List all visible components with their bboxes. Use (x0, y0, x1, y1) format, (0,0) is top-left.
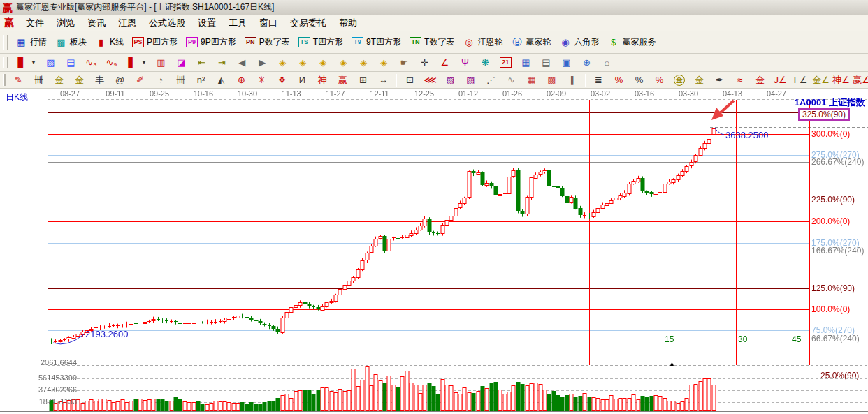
diamond-horizontal-button[interactable]: ◈ (313, 55, 333, 71)
winner-wheel-button-icon: Ⓑ (511, 37, 523, 48)
toolbar-grip[interactable] (3, 35, 8, 50)
diamond-plus-button[interactable]: ◈ (354, 55, 374, 71)
menu-item-帮助[interactable]: 帮助 (333, 15, 363, 31)
gold-angle-tool[interactable]: 金∠ (811, 73, 831, 88)
shen-angle-tool[interactable]: 神∠ (831, 73, 851, 88)
menu-item-浏览[interactable]: 浏览 (50, 15, 81, 31)
protractor-tool[interactable]: ◭ (211, 73, 231, 88)
n-square-tool[interactable]: n² (191, 73, 211, 88)
p-square-button[interactable]: PSP四方形 (128, 34, 182, 50)
square-fan-tool[interactable]: ▨ (440, 73, 461, 88)
menu-item-江恩[interactable]: 江恩 (112, 15, 143, 31)
ying-grid-tool[interactable]: 赢 (333, 73, 353, 88)
save-button[interactable]: ▣ (556, 55, 577, 71)
p9-square-button[interactable]: P99P四方形 (182, 34, 240, 50)
ray-fan-tool[interactable]: ⋘ (420, 73, 440, 88)
f-angle-tool[interactable]: F∠ (790, 73, 811, 88)
marker-pen-tool[interactable]: ✐ (130, 73, 150, 88)
remote-service-button[interactable]: ⌂ (597, 55, 617, 71)
grid-b-tool[interactable]: ▩ (542, 73, 562, 88)
net-update-button[interactable]: ⊕ (577, 55, 597, 71)
gold-lines-tool[interactable]: 金 (689, 73, 709, 88)
wave9-icon[interactable]: ∿₉ (101, 55, 122, 71)
pattern-teal-tool[interactable]: ❋ (475, 55, 496, 71)
t9-square-button[interactable]: T99T四方形 (347, 34, 405, 50)
menu-item-交易委托[interactable]: 交易委托 (284, 15, 333, 31)
wave-red-tool[interactable]: ≈ (730, 73, 750, 88)
menu-item-窗口[interactable]: 窗口 (253, 15, 284, 31)
tally-scale-tool[interactable]: ≣ (588, 73, 609, 88)
calculator-button[interactable]: ▦ (516, 55, 536, 71)
menu-item-工具[interactable]: 工具 (222, 15, 253, 31)
zigzag-tool[interactable]: ∿ (501, 73, 521, 88)
angle-measure-tool[interactable]: ∠ (435, 55, 455, 71)
toolbar-grip[interactable] (3, 57, 8, 69)
menu-item-资讯[interactable]: 资讯 (81, 15, 112, 31)
diamond-right-button[interactable]: ◈ (293, 55, 313, 71)
gann-wheel-button[interactable]: ◎江恩轮 (458, 34, 507, 50)
gold-circle-tool[interactable]: 金 (670, 73, 689, 88)
span-measure-tool[interactable]: ↔ (373, 73, 393, 88)
wave3-icon[interactable]: ∿₃ (81, 55, 101, 71)
title-bar[interactable]: 赢 赢家江恩专业版[赢家内部服务平台] - [上证指数 SH1A0001-167… (0, 0, 868, 15)
brush-tool[interactable]: ✎ (8, 73, 29, 88)
percent-under-tool[interactable]: % (649, 73, 670, 88)
go-first-button[interactable]: ⇤ (191, 55, 212, 71)
circle-cross-tool[interactable]: ⊕ (231, 73, 252, 88)
grid-a-tool[interactable]: ▦ (521, 73, 542, 88)
f-ruler-tool[interactable]: 丰 (89, 73, 110, 88)
angle-set-tool[interactable]: ⋰ (481, 73, 501, 88)
toolbar-grip[interactable] (3, 74, 6, 85)
page-left-button[interactable]: ◀ (232, 55, 252, 71)
winner-service-button[interactable]: $赢家服务 (603, 34, 660, 50)
gann-purple-tool[interactable]: Ψ (455, 55, 475, 71)
k-quote-tool[interactable]: И (292, 73, 312, 88)
diamond-star-button[interactable]: ◈ (374, 55, 394, 71)
info-note-icon[interactable]: ▤ (61, 55, 81, 71)
square-fan2-tool[interactable]: ▧ (461, 73, 481, 88)
diamond-left-button[interactable]: ◈ (273, 55, 293, 71)
calendar-button-icon: 21 (500, 57, 512, 68)
dense-area-icon[interactable]: ▨ (41, 55, 61, 71)
period-dropdown[interactable]: ▊▼ (11, 55, 41, 71)
hand-drag-tool[interactable]: ☛ (394, 55, 414, 71)
t-square-button[interactable]: TST四方形 (294, 34, 347, 50)
number-grid-tool[interactable]: ⊞ (353, 73, 373, 88)
rose-grid-tool[interactable]: ✳ (252, 73, 272, 88)
menu-item-文件[interactable]: 文件 (20, 15, 50, 31)
winner-wheel-button[interactable]: Ⓑ赢家轮 (507, 34, 555, 50)
square-rose-tool[interactable]: ❖ (272, 73, 292, 88)
volume-profile-icon[interactable]: ◪ (171, 55, 191, 71)
slant-lines-tool[interactable]: ∥ (562, 73, 582, 88)
j-angle-tool[interactable]: J∠ (770, 73, 790, 88)
kline-button[interactable]: ▮K线 (91, 34, 128, 50)
p-number-table-button[interactable]: PNP数字表 (240, 34, 294, 50)
notes-button[interactable]: ▤ (536, 55, 556, 71)
tick-ruler-tool[interactable]: 卌 (171, 73, 191, 88)
spiral-tool[interactable]: @ (110, 73, 130, 88)
go-last-button[interactable]: ⇥ (212, 55, 232, 71)
ying-angle-tool[interactable]: 赢∠ (851, 73, 868, 88)
percent-line-tool[interactable]: % (609, 73, 629, 88)
sectors-button[interactable]: ▩板块 (51, 34, 91, 50)
percent-tool[interactable]: % (629, 73, 649, 88)
quotes-button[interactable]: ▦行情 (11, 34, 51, 50)
menu-item-公式选股[interactable]: 公式选股 (143, 15, 191, 31)
gold-ruler2-tool[interactable]: 金 (69, 73, 89, 88)
menu-item-设置[interactable]: 设置 (191, 15, 222, 31)
gold-ruler1-tool[interactable]: 金 (49, 73, 69, 88)
page-right-button[interactable]: ▶ (252, 55, 273, 71)
chip-distribution-icon[interactable]: ▥ (151, 55, 171, 71)
candle-style-dropdown[interactable]: ▋▼ (122, 55, 151, 71)
diamond-cross-button[interactable]: ◈ (333, 55, 354, 71)
pen-knife-tool[interactable]: ✒ (709, 73, 730, 88)
gold-red-tool[interactable]: 金 (750, 73, 770, 88)
hexagon-button[interactable]: ◉六角形 (555, 34, 603, 50)
crosshair-tool[interactable]: ✛ (414, 55, 435, 71)
calendar-button[interactable]: 21 (496, 55, 516, 70)
box-measure-tool[interactable]: ⊡ (400, 73, 420, 88)
comb-ruler-tool[interactable]: 卌 (29, 73, 49, 88)
time-wheel-tool[interactable]: ◔ (150, 73, 171, 88)
t-number-table-button[interactable]: TNT数字表 (405, 34, 458, 50)
shen-grid-tool[interactable]: 神 (312, 73, 333, 88)
